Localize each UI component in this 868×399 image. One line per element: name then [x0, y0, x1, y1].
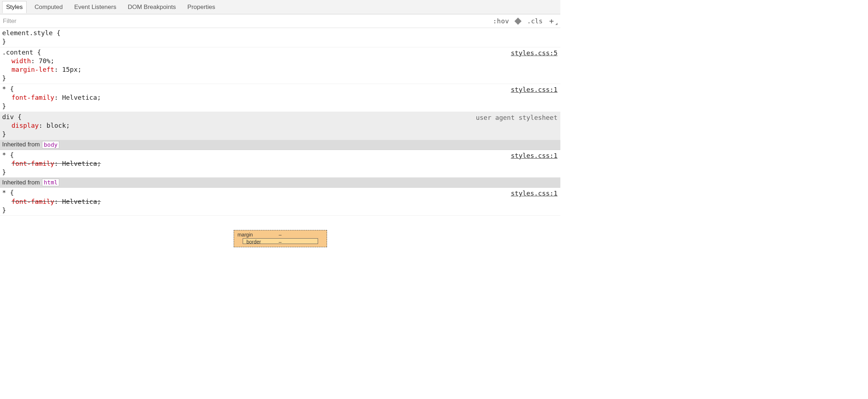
- devtools-tabs: Styles Computed Event Listeners DOM Brea…: [0, 0, 560, 14]
- rule-source-link[interactable]: styles.css:1: [511, 85, 557, 94]
- css-rule[interactable]: styles.css:1* {font-family: Helvetica;}: [0, 84, 560, 112]
- rule-source-link: user agent stylesheet: [476, 113, 557, 122]
- rule-source-link[interactable]: styles.css:5: [511, 49, 557, 57]
- css-rule[interactable]: styles.css:1* {font-family: Helvetica;}: [0, 150, 560, 178]
- rule-selector-line[interactable]: div {: [2, 113, 558, 121]
- box-model-border[interactable]: border –: [243, 238, 318, 244]
- border-top-value: –: [279, 239, 282, 245]
- rule-source-link[interactable]: styles.css:1: [511, 189, 557, 198]
- tab-styles[interactable]: Styles: [2, 1, 27, 13]
- rule-selector-line[interactable]: * {: [2, 85, 558, 93]
- cls-toggle[interactable]: .cls: [527, 17, 542, 25]
- css-declaration[interactable]: display: block;: [2, 121, 558, 130]
- border-label: border: [247, 239, 261, 245]
- box-model-margin[interactable]: margin – border –: [234, 230, 327, 247]
- rule-selector-line[interactable]: * {: [2, 188, 558, 197]
- colors-icon[interactable]: [514, 18, 522, 25]
- css-declaration[interactable]: font-family: Helvetica;: [2, 159, 558, 168]
- inherited-node-link[interactable]: body: [42, 141, 60, 149]
- rule-selector-line[interactable]: element.style {: [2, 29, 558, 37]
- css-rule[interactable]: user agent stylesheetdiv {display: block…: [0, 112, 560, 140]
- tab-dom-breakpoints[interactable]: DOM Breakpoints: [124, 1, 179, 13]
- rule-selector-line[interactable]: * {: [2, 151, 558, 159]
- hov-toggle[interactable]: :hov: [493, 17, 509, 25]
- css-rule[interactable]: styles.css:1* {font-family: Helvetica;}: [0, 188, 560, 216]
- styles-toolbar-right: :hov .cls + ◢: [493, 17, 557, 25]
- styles-rules-list: element.style {}styles.css:5.content {wi…: [0, 28, 560, 216]
- styles-filter-input[interactable]: [3, 18, 493, 25]
- rule-close-brace: }: [2, 168, 558, 177]
- margin-top-value: –: [279, 232, 282, 238]
- css-declaration[interactable]: margin-left: 15px;: [2, 65, 558, 74]
- rule-close-brace: }: [2, 130, 558, 139]
- inherited-from-label: Inherited from: [2, 179, 40, 186]
- rule-source-link[interactable]: styles.css:1: [511, 151, 557, 160]
- rule-close-brace: }: [2, 37, 558, 46]
- tab-computed[interactable]: Computed: [31, 1, 66, 13]
- inherited-separator: Inherited frombody: [0, 140, 560, 150]
- css-declaration[interactable]: font-family: Helvetica;: [2, 93, 558, 102]
- tab-event-listeners[interactable]: Event Listeners: [71, 1, 120, 13]
- styles-toolbar: :hov .cls + ◢: [0, 14, 560, 28]
- inherited-from-label: Inherited from: [2, 141, 40, 148]
- css-declaration[interactable]: width: 70%;: [2, 57, 558, 65]
- css-declaration[interactable]: font-family: Helvetica;: [2, 197, 558, 206]
- inherited-node-link[interactable]: html: [42, 179, 60, 186]
- more-icon[interactable]: ◢: [555, 22, 557, 25]
- rule-close-brace: }: [2, 206, 558, 215]
- rule-close-brace: }: [2, 74, 558, 83]
- new-style-rule-button[interactable]: +: [549, 17, 554, 25]
- inherited-separator: Inherited fromhtml: [0, 178, 560, 188]
- margin-label: margin: [238, 232, 253, 238]
- rule-close-brace: }: [2, 102, 558, 111]
- css-rule[interactable]: styles.css:5.content {width: 70%;margin-…: [0, 47, 560, 84]
- rule-selector-line[interactable]: .content {: [2, 48, 558, 57]
- css-rule[interactable]: element.style {}: [0, 28, 560, 47]
- box-model: margin – border –: [0, 216, 560, 247]
- tab-properties[interactable]: Properties: [184, 1, 219, 13]
